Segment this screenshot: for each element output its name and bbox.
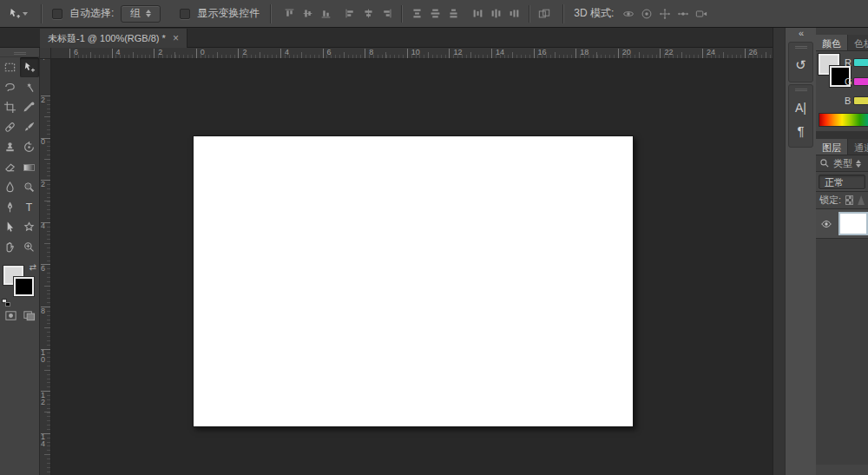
tool-dodge[interactable] <box>20 177 39 197</box>
ruler-label: 1 4 <box>41 433 45 447</box>
blend-mode-select[interactable]: 正常 <box>819 175 865 189</box>
tool-healing-brush[interactable] <box>1 117 20 137</box>
dist-vcenter-icon[interactable] <box>427 5 443 23</box>
dock-grip[interactable] <box>795 46 807 49</box>
tool-preset-picker[interactable] <box>5 5 30 22</box>
lock-image-pixels-icon[interactable] <box>858 195 865 205</box>
dock-grip[interactable] <box>795 89 807 91</box>
align-hcenter-icon[interactable] <box>360 5 376 23</box>
horizontal-ruler[interactable]: 64202468101214161820222426 <box>51 48 773 59</box>
tool-magic-wand[interactable] <box>20 77 39 97</box>
channel-row-G: G <box>816 74 868 93</box>
tool-eraser[interactable] <box>1 157 20 177</box>
slide-3d-icon[interactable] <box>675 5 691 23</box>
history-panel-icon[interactable]: ↺ <box>789 54 812 76</box>
align-right-icon[interactable] <box>378 5 394 23</box>
tool-lasso[interactable] <box>1 77 20 97</box>
tab-图层[interactable]: 图层 <box>816 139 848 155</box>
collapse-panels-icon[interactable]: « <box>786 28 816 40</box>
dist-top-icon[interactable] <box>409 5 424 23</box>
dock-group-1: ↺ <box>788 42 813 82</box>
ruler-label: 24 <box>707 48 715 56</box>
paragraph-panel-icon[interactable]: ¶ <box>789 119 812 142</box>
tool-custom-shape[interactable] <box>20 217 39 237</box>
ruler-label: 10 <box>411 48 420 56</box>
channel-slider[interactable] <box>854 78 868 85</box>
channel-slider[interactable] <box>854 59 868 66</box>
ruler-label: 16 <box>538 48 547 56</box>
align-top-icon[interactable] <box>281 5 297 23</box>
document-tab[interactable]: 未标题-1 @ 100%(RGB/8) * × <box>40 29 187 48</box>
tool-eyedropper[interactable] <box>20 97 39 117</box>
ruler-label: 1 2 <box>41 392 45 406</box>
tool-gradient[interactable] <box>20 157 39 177</box>
screen-mode-icon[interactable] <box>23 309 36 322</box>
tools-panel-grip[interactable] <box>0 48 39 57</box>
tool-zoom[interactable] <box>20 237 39 257</box>
separator <box>41 4 42 23</box>
tool-crop[interactable] <box>1 97 20 117</box>
auto-select-value: 组 <box>130 6 141 21</box>
dist-right-icon[interactable] <box>506 5 522 23</box>
align-left-icon[interactable] <box>342 5 358 23</box>
color-spectrum-ramp[interactable] <box>819 114 868 126</box>
layer-thumbnail[interactable] <box>838 212 868 235</box>
document-canvas[interactable] <box>193 135 634 427</box>
ruler-label: 8 <box>369 48 373 56</box>
tab-色板[interactable]: 色板 <box>848 35 868 50</box>
default-colors-icon[interactable] <box>2 299 10 307</box>
show-transform-checkbox[interactable] <box>180 9 190 19</box>
updown-arrows-icon[interactable] <box>856 160 861 168</box>
layer-filter-label[interactable]: 类型 <box>833 157 852 170</box>
pan-3d-icon[interactable] <box>657 5 673 23</box>
layer-visibility-eye-icon[interactable] <box>820 218 832 230</box>
blend-mode-row: 正常 <box>816 172 868 192</box>
dist-left-icon[interactable] <box>470 5 485 23</box>
tool-rectangular-marquee[interactable] <box>1 57 20 77</box>
tool-hand[interactable] <box>1 237 20 257</box>
lock-transparent-pixels-icon[interactable] <box>845 195 853 205</box>
tool-clone-stamp[interactable] <box>1 137 20 157</box>
tool-blur[interactable] <box>1 177 20 197</box>
orbit-3d-icon[interactable] <box>621 5 636 23</box>
color-panel-tabs: 颜色色板 <box>816 35 868 51</box>
chevron-down-icon <box>23 12 28 16</box>
channel-row-B: B <box>816 93 868 112</box>
lock-label: 锁定: <box>819 194 841 207</box>
tab-通道[interactable]: 通道 <box>848 139 868 155</box>
tool-history-brush[interactable] <box>20 137 39 157</box>
dist-bottom-icon[interactable] <box>445 5 461 23</box>
dist-hcenter-icon[interactable] <box>488 5 503 23</box>
channel-slider[interactable] <box>854 97 868 104</box>
tool-move[interactable] <box>20 57 39 77</box>
background-swatch[interactable] <box>14 277 34 296</box>
close-icon[interactable]: × <box>173 32 179 44</box>
channel-row-R: R <box>816 55 868 74</box>
move-tool-icon <box>8 7 21 20</box>
ruler-label: 22 <box>664 48 673 56</box>
layer-row[interactable] <box>816 209 868 239</box>
auto-select-dropdown[interactable]: 组 <box>121 5 161 23</box>
auto-select-checkbox[interactable] <box>52 9 62 19</box>
align-vcenter-icon[interactable] <box>299 5 315 23</box>
ruler-label: 4 <box>285 48 289 56</box>
ruler-corner[interactable] <box>40 48 51 59</box>
auto-align-icon[interactable] <box>536 5 552 23</box>
character-panel-icon[interactable]: A| <box>789 96 812 119</box>
quick-mask-icon[interactable] <box>4 309 17 322</box>
ruler-label: 6 <box>74 48 78 56</box>
vertical-ruler[interactable]: 42024681 01 21 41 6 <box>40 59 51 475</box>
tool-path-selection[interactable] <box>1 217 20 237</box>
roll-3d-icon[interactable] <box>639 5 654 23</box>
tool-pen[interactable] <box>1 197 20 217</box>
swap-colors-icon[interactable]: ⇄ <box>30 262 36 272</box>
toolbar-bottom <box>0 309 39 322</box>
separator <box>529 5 529 23</box>
align-bottom-icon[interactable] <box>318 5 333 23</box>
ruler-label: 12 <box>453 48 462 56</box>
tool-brush[interactable] <box>20 117 39 137</box>
tool-type[interactable]: T <box>20 197 39 217</box>
camera-3d-icon[interactable] <box>694 5 709 23</box>
tab-颜色[interactable]: 颜色 <box>816 35 848 50</box>
channel-label: B <box>845 96 851 106</box>
